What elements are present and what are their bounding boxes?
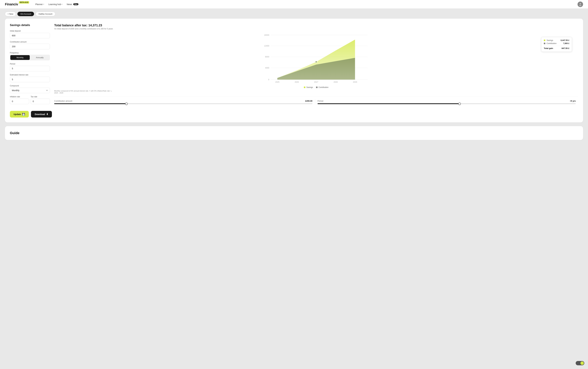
compound-select[interactable]: Monthly Annually Daily	[10, 88, 50, 93]
svg-point-0	[580, 3, 581, 4]
svg-text:8000: 8000	[265, 56, 269, 58]
tax-rate-input[interactable]	[31, 99, 50, 104]
svg-text:2026: 2026	[295, 81, 299, 83]
nav-planner[interactable]: Planner ▾	[33, 2, 46, 7]
savings-legend-item: Savings	[304, 86, 313, 88]
contribution-slider-group: Contribution amount £200.00	[54, 100, 315, 104]
period-slider-group: Period +5 yrs	[315, 100, 578, 104]
compound-label: Compound	[10, 85, 50, 87]
period-group: Period	[10, 63, 50, 71]
chart-title: Total balance after tax: 14,371.23	[54, 24, 578, 27]
tax-rate-label: Tax rate	[31, 96, 50, 98]
app-logo: Financiv	[5, 2, 18, 6]
contribution-slider-value: £200.00	[305, 100, 313, 102]
new-tab-button[interactable]: + New	[5, 12, 16, 16]
chart-footnote: Monthly compound of 5% annual interest r…	[54, 90, 578, 94]
savings-details-title: Savings details	[10, 24, 50, 27]
period-slider-label: Period	[318, 100, 324, 102]
halifax-account-tab[interactable]: Halifax Account	[36, 12, 55, 16]
contribution-slider-track[interactable]	[54, 103, 313, 104]
avatar[interactable]	[578, 1, 583, 7]
nav-learning-hub[interactable]: Learning hub ▾	[47, 2, 64, 7]
inflation-rate-input[interactable]	[10, 99, 29, 104]
svg-text:2028: 2028	[334, 81, 338, 83]
contribution-legend-item: Contribution	[316, 86, 328, 88]
chart-svg: 16000 12000 8000 4000 0	[54, 33, 578, 85]
svg-text:2025: 2025	[275, 81, 279, 83]
period-slider-fill	[318, 103, 460, 104]
news-new-badge: New	[73, 3, 78, 5]
save-icon: 💾	[22, 113, 25, 116]
chevron-down-icon: ▾	[43, 3, 44, 5]
download-button[interactable]: Download ⬇	[31, 111, 52, 117]
initial-deposit-label: Initial deposit	[10, 30, 50, 32]
initial-deposit-group: Initial deposit	[10, 30, 50, 38]
contribution-amount-input[interactable]	[10, 44, 50, 49]
estimated-interest-label: Estimated interest rate	[10, 74, 50, 76]
svg-text:12000: 12000	[264, 45, 269, 47]
navbar: Financiv BETA v0.02 Planner ▾ Learning h…	[0, 0, 588, 9]
theme-toggle[interactable]	[576, 361, 584, 365]
isa-account-tab[interactable]: ISA Account	[17, 12, 34, 16]
frequency-toggle: Monthly Annually	[10, 55, 50, 60]
contribution-legend-dot	[316, 87, 318, 88]
frequency-monthly-option[interactable]: Monthly	[10, 55, 30, 60]
estimated-interest-group: Estimated interest rate	[10, 74, 50, 82]
contribution-amount-label: Contribution amount	[10, 41, 50, 43]
svg-text:2029: 2029	[353, 81, 357, 83]
estimated-interest-input[interactable]	[10, 77, 50, 82]
svg-point-1	[579, 5, 581, 6]
frequency-label: Frequency	[10, 52, 50, 54]
contribution-slider-fill	[54, 103, 126, 104]
download-icon: ⬇	[46, 113, 48, 116]
frequency-annually-option[interactable]: Annually	[30, 55, 50, 60]
svg-text:2027: 2027	[314, 81, 318, 83]
initial-deposit-input[interactable]	[10, 33, 50, 38]
contribution-slider-label: Contribution amount	[54, 100, 72, 102]
period-label: Period	[10, 63, 50, 65]
nav-links: Planner ▾ Learning hub ▾ News New	[33, 2, 578, 7]
contribution-amount-group: Contribution amount	[10, 41, 50, 49]
compound-group: Compound Monthly Annually Daily	[10, 85, 50, 93]
chart-container: 16000 12000 8000 4000 0	[54, 33, 578, 85]
inflation-rate-label: Inflation rate	[10, 96, 29, 98]
period-input[interactable]	[10, 66, 50, 71]
savings-details-panel: Savings details Initial deposit Contribu…	[10, 24, 50, 117]
sliders-row: Contribution amount £200.00 Period +5 yr…	[54, 96, 578, 105]
period-slider-track[interactable]	[318, 103, 576, 104]
chart-legend: Savings Contribution	[54, 86, 578, 88]
savings-legend-dot	[304, 87, 305, 88]
svg-text:0: 0	[268, 79, 269, 81]
contribution-slider-thumb[interactable]	[125, 102, 128, 105]
chevron-down-icon: ▾	[61, 3, 62, 5]
beta-badge: BETA v0.02	[19, 1, 29, 4]
guide-card: Guide	[5, 126, 583, 140]
frequency-group: Frequency Monthly Annually	[10, 52, 50, 60]
nav-news[interactable]: News New	[65, 2, 80, 7]
period-slider-thumb[interactable]	[458, 102, 461, 105]
period-slider-value: +5 yrs	[570, 100, 576, 102]
guide-title: Guide	[10, 131, 578, 135]
update-button[interactable]: Update 💾	[10, 111, 29, 117]
chart-subtitle: An initial deposit of £600 and a monthly…	[54, 28, 578, 30]
toggle-knob	[580, 361, 584, 365]
action-buttons: Update 💾 Download ⬇	[10, 111, 50, 117]
tax-rate-group: Tax rate	[31, 96, 50, 104]
svg-text:16000: 16000	[264, 34, 269, 36]
svg-point-14	[315, 61, 317, 63]
tabs-row: + New ISA Account Halifax Account	[0, 9, 588, 19]
chart-area: Total balance after tax: 14,371.23 An in…	[54, 24, 578, 117]
svg-text:4000: 4000	[265, 67, 269, 69]
inflation-rate-group: Inflation rate	[10, 96, 29, 104]
main-card: Savings details Initial deposit Contribu…	[5, 19, 583, 123]
